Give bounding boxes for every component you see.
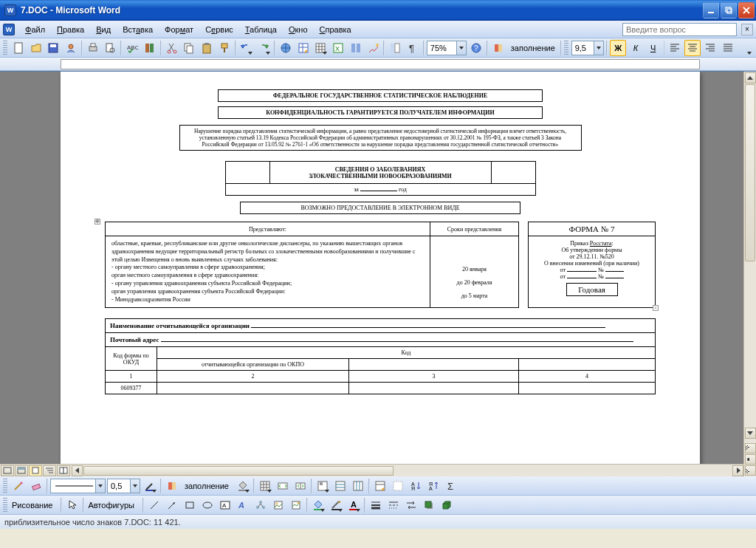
scroll-thumb-h[interactable] <box>83 466 394 476</box>
menu-file[interactable]: Файл <box>19 24 51 35</box>
select-objects-button[interactable] <box>64 497 80 513</box>
view-web-button[interactable] <box>15 465 28 476</box>
view-print-button[interactable] <box>29 465 42 476</box>
menu-insert[interactable]: Вставка <box>117 24 159 35</box>
print-preview-button[interactable] <box>103 40 119 56</box>
fill-color-button[interactable] <box>310 497 326 513</box>
toolbar-grip-4[interactable] <box>3 498 7 513</box>
toolbar-grip-2[interactable] <box>564 41 568 55</box>
table-move-handle[interactable]: ✥ <box>94 219 100 225</box>
horizontal-ruler[interactable] <box>0 58 756 71</box>
maximize-button[interactable] <box>721 2 737 18</box>
line-button[interactable] <box>146 497 162 513</box>
format-painter-button[interactable] <box>216 40 233 56</box>
line-style-combo[interactable] <box>50 479 106 493</box>
oval-button[interactable] <box>199 497 216 513</box>
redo-button[interactable] <box>255 40 272 56</box>
scroll-up-button[interactable] <box>745 72 756 83</box>
spellcheck-button[interactable]: ABC <box>124 40 140 56</box>
menu-help[interactable]: Справка <box>314 24 357 35</box>
shadow-button[interactable] <box>421 497 437 513</box>
show-marks-button[interactable]: ¶ <box>405 40 421 56</box>
permission-button[interactable] <box>63 40 79 56</box>
docmap-button[interactable] <box>387 40 403 56</box>
fontsize-combo[interactable]: 9,5 <box>571 41 605 55</box>
menu-table[interactable]: Таблица <box>239 24 283 35</box>
toolbar-overflow[interactable] <box>737 40 753 56</box>
merge-cells-button[interactable] <box>275 478 291 494</box>
excel-button[interactable]: X <box>330 40 346 56</box>
menu-edit[interactable]: Правка <box>51 24 90 35</box>
align-justify-button[interactable] <box>720 40 736 56</box>
split-cells-button[interactable] <box>292 478 309 494</box>
underline-button[interactable]: Ч <box>645 40 662 56</box>
menu-format[interactable]: Формат <box>159 24 199 35</box>
clipart-button[interactable] <box>270 497 286 513</box>
browse-prev-button[interactable] <box>745 443 756 453</box>
scroll-left-button[interactable] <box>72 465 83 476</box>
research-button[interactable] <box>142 40 158 56</box>
browse-object-button[interactable] <box>745 454 756 465</box>
autoformat-button[interactable] <box>372 478 388 494</box>
insert-table-button[interactable] <box>313 40 329 56</box>
italic-button[interactable]: К <box>628 40 644 56</box>
eraser-button[interactable] <box>28 478 44 494</box>
autoshapes-menu[interactable]: Автофигуры <box>86 501 136 510</box>
align-left-button[interactable] <box>667 40 683 56</box>
sort-desc-button[interactable]: ЯА <box>425 478 441 494</box>
menubar-close-button[interactable]: × <box>741 24 753 35</box>
picture-button[interactable] <box>288 497 304 513</box>
zoom-combo[interactable]: 75% <box>427 41 467 55</box>
scroll-right-button[interactable] <box>732 465 743 476</box>
diagram-button[interactable] <box>252 497 269 513</box>
minimize-button[interactable] <box>703 2 719 18</box>
dash-style-button[interactable] <box>385 497 402 513</box>
toolbar-grip[interactable] <box>3 41 7 55</box>
bold-button[interactable]: Ж <box>610 40 626 56</box>
menu-tools[interactable]: Сервис <box>199 24 239 35</box>
menu-window[interactable]: Окно <box>283 24 314 35</box>
save-button[interactable] <box>45 40 61 56</box>
arrow-button[interactable] <box>164 497 180 513</box>
browse-next-button[interactable] <box>745 465 756 476</box>
align-center-button[interactable] <box>684 40 701 56</box>
align-right-button[interactable] <box>702 40 718 56</box>
scroll-thumb-v[interactable] <box>745 84 755 261</box>
vertical-scrollbar[interactable] <box>743 72 756 476</box>
new-doc-button[interactable] <box>10 40 27 56</box>
line-weight-combo[interactable]: 0,5 <box>107 479 140 493</box>
cut-button[interactable] <box>164 40 180 56</box>
textbox-button[interactable]: A <box>217 497 233 513</box>
drawing-button[interactable] <box>365 40 382 56</box>
document-page[interactable]: ФЕДЕРАЛЬНОЕ ГОСУДАРСТВЕННОЕ СТАТИСТИЧЕСК… <box>61 72 700 476</box>
scroll-down-button[interactable] <box>745 428 756 439</box>
word-doc-icon[interactable]: W <box>3 24 15 35</box>
insert-table-button-2[interactable] <box>257 478 273 494</box>
font-color-button[interactable]: A <box>346 497 362 513</box>
draw-table-button[interactable] <box>10 478 27 494</box>
columns-button[interactable] <box>348 40 364 56</box>
distribute-rows-button[interactable] <box>332 478 348 494</box>
tables-borders-button[interactable] <box>295 40 312 56</box>
toolbar-grip-3[interactable] <box>3 479 7 493</box>
view-outline-button[interactable] <box>43 465 56 476</box>
print-button[interactable] <box>85 40 101 56</box>
read-label[interactable]: заполнение <box>508 44 558 52</box>
rectangle-button[interactable] <box>182 497 198 513</box>
arrow-style-button[interactable] <box>403 497 419 513</box>
distribute-cols-button[interactable] <box>350 478 366 494</box>
hide-gridlines-button[interactable] <box>390 478 406 494</box>
view-normal-button[interactable] <box>1 465 14 476</box>
border-style-label[interactable]: заполнение <box>182 482 232 490</box>
open-button[interactable] <box>28 40 44 56</box>
undo-button[interactable] <box>238 40 255 56</box>
line-color-button[interactable] <box>328 497 344 513</box>
3d-button[interactable] <box>439 497 455 513</box>
cell-align-button[interactable] <box>315 478 331 494</box>
help2-button[interactable]: ? <box>468 40 484 56</box>
copy-button[interactable] <box>181 40 197 56</box>
menu-view[interactable]: Вид <box>90 24 117 35</box>
drawing-menu[interactable]: Рисование <box>10 501 54 510</box>
help-question-input[interactable] <box>622 23 737 36</box>
hyperlink-button[interactable] <box>278 40 294 56</box>
